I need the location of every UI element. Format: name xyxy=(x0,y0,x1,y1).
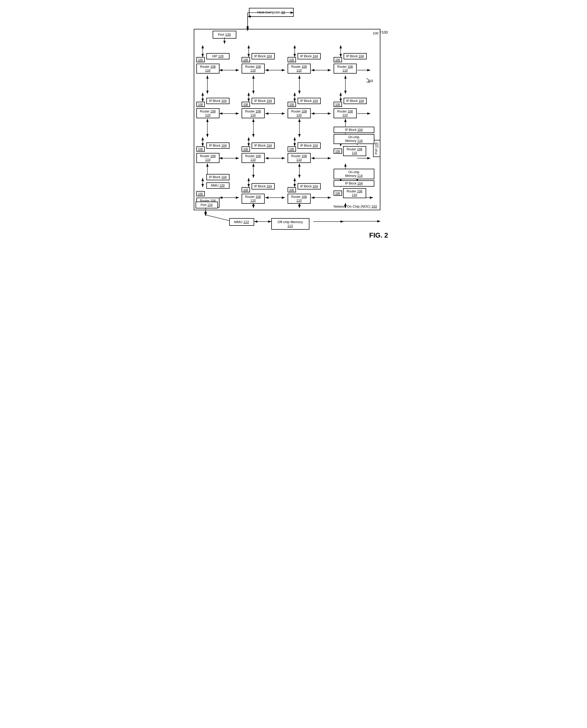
router-3-2: Router 108110 xyxy=(241,153,265,163)
ipblock-4-4: IP Block 104 xyxy=(334,180,374,187)
router-4-2: Router 108110 xyxy=(241,194,265,204)
router-3-3: Router 108110 xyxy=(288,153,311,163)
hip-box: HIP 128 xyxy=(206,53,230,59)
host-computer-label: Host Computer 10 xyxy=(257,10,285,14)
ipblock-3-1: IP Block 104 xyxy=(206,142,230,149)
interface-106-3-2: 106 xyxy=(241,146,250,152)
router-3-4: Router 108110 xyxy=(343,146,366,156)
ipblock-2-2: IP Block 104 xyxy=(252,98,275,104)
router-2-4: Router 108110 xyxy=(334,108,357,118)
router-2-2: Router 108110 xyxy=(241,108,265,118)
interface-106-4-2: 106 xyxy=(241,187,250,192)
router-1-1: Router 108110 xyxy=(196,64,219,74)
router-2-3: Router 108110 xyxy=(288,108,311,118)
interface-106-4-1: 106 xyxy=(196,191,205,196)
host-computer-box: Host Computer 10 xyxy=(249,8,294,17)
ipblock-4-3: IP Block 104 xyxy=(298,183,321,190)
onchip-memory-116: On-chipMemory 116 xyxy=(334,134,374,144)
router-1-4: Router 108110 xyxy=(334,64,357,74)
port-124: Port 124 xyxy=(195,201,218,209)
port-130-label: Port 130 xyxy=(218,32,231,37)
ipblock-2-1: IP Block 104 xyxy=(206,98,230,104)
mmu-122-box: MMU 122 xyxy=(229,218,254,226)
mmu-120: MMU 120 xyxy=(206,183,230,189)
interface-106-2-2: 106 xyxy=(241,102,250,107)
svg-text:118: 118 xyxy=(368,79,373,83)
cell-4-4: On-chipMemory 114 IP Block 104 106 Route… xyxy=(334,169,374,198)
cell-3-4: IP Block 104 On-chipMemory 116 106 Route… xyxy=(334,127,374,156)
interface-106-2-1: 106 xyxy=(196,102,205,107)
offchip-memory-box: Off-chip Memory 112 xyxy=(271,218,309,230)
noc-label: Network On Chip (NOC) 102 xyxy=(334,204,377,209)
interface-106-1-2: 106 xyxy=(241,57,250,62)
router-4-4: Router 108110 xyxy=(343,188,366,198)
svg-text:100: 100 xyxy=(382,30,388,34)
ipblock-3-2: IP Block 104 xyxy=(252,142,275,149)
interface-106-1-4: 106 xyxy=(334,57,342,62)
interface-106-1-1: 106 xyxy=(196,57,205,62)
ipblock-3-4: IP Block 104 xyxy=(334,127,374,133)
router-1-2: Router 108110 xyxy=(241,64,265,74)
router-2-1: Router 108110 xyxy=(196,108,219,118)
router-4-3: Router 108110 xyxy=(288,194,311,204)
ipblock-4-2: IP Block 104 xyxy=(252,183,275,190)
interface-106-2-4: 106 xyxy=(334,102,342,107)
interface-106-4-4: 106 xyxy=(334,191,342,196)
page: Host Computer 10 100 100 xyxy=(191,5,396,242)
interface-106-3-4: 106 xyxy=(334,148,342,154)
ipblock-1-2: IP Block 104 xyxy=(252,53,275,59)
onchip-memory-114: On-chipMemory 114 xyxy=(334,169,374,179)
interface-106-4-3: 106 xyxy=(288,187,296,192)
port-130: Port 130 xyxy=(213,31,236,39)
ipblock-1-3: IP Block 104 xyxy=(298,53,321,59)
ipblock-1-4: IP Block 104 xyxy=(344,53,367,59)
ref-100: 100 xyxy=(373,31,378,35)
interface-106-3-3: 106 xyxy=(288,146,296,152)
router-1-3: Router 108110 xyxy=(288,64,311,74)
interface-106-1-3: 106 xyxy=(288,57,296,62)
ipblock-2-3: IP Block 104 xyxy=(298,98,321,104)
interface-106-3-1: 106 xyxy=(196,146,205,152)
ipblock-2-4: IP Block 104 xyxy=(344,98,367,104)
ipblock-4-1: IP Block 104 xyxy=(206,174,230,180)
fig-label: FIG. 2 xyxy=(369,231,388,239)
interface-106-2-3: 106 xyxy=(288,102,296,107)
noc-container: 100 Port 130 Network On Chip (NOC) 102 P… xyxy=(194,29,380,210)
ipblock-3-3: IP Block 104 xyxy=(298,142,321,149)
router-3-1: Router 108110 xyxy=(196,153,219,163)
